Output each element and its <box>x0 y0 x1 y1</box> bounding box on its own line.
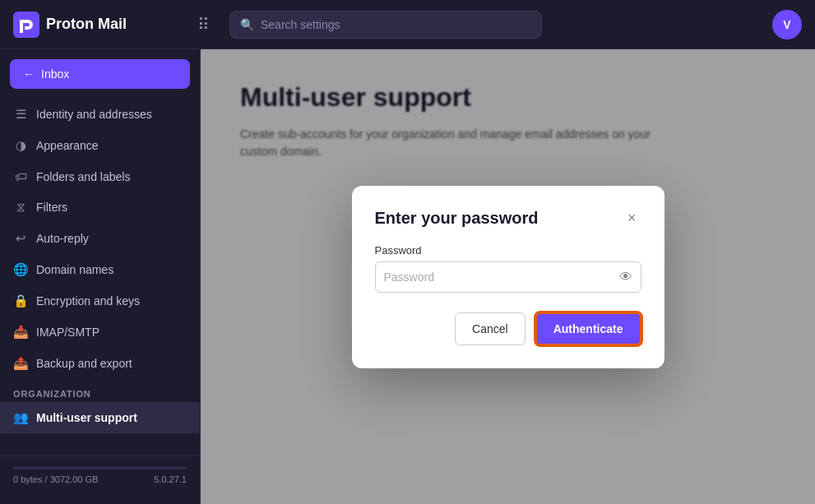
sidebar-item-label: Backup and export <box>36 357 132 370</box>
filters-icon: ⧖ <box>13 200 28 215</box>
appearance-icon: ◑ <box>13 138 28 153</box>
encryption-icon: 🔒 <box>13 294 28 308</box>
sidebar-item-label: Folders and labels <box>36 170 130 183</box>
sidebar-item-domain-names[interactable]: 🌐 Domain names <box>0 254 200 285</box>
inbox-button[interactable]: ← Inbox <box>10 59 190 89</box>
version-text: 5.0.27.1 <box>154 474 187 484</box>
inbox-label: Inbox <box>41 67 69 81</box>
password-label: Password <box>375 244 641 257</box>
modal-title: Enter your password <box>375 209 539 228</box>
grid-icon[interactable]: ⠿ <box>197 15 210 35</box>
sidebar-footer: 0 bytes / 3072.00 GB 5.0.27.1 <box>0 455 200 494</box>
sidebar-item-appearance[interactable]: ◑ Appearance <box>0 130 200 161</box>
storage-used: 0 bytes / 3072.00 GB <box>13 474 98 484</box>
cancel-button[interactable]: Cancel <box>455 312 526 345</box>
storage-text: 0 bytes / 3072.00 GB 5.0.27.1 <box>13 474 187 484</box>
sidebar-item-label: Multi-user support <box>36 411 137 424</box>
sidebar: ← Inbox ☰ Identity and addresses ◑ Appea… <box>0 49 201 504</box>
identity-icon: ☰ <box>13 107 28 122</box>
modal-actions: Cancel Authenticate <box>375 312 641 345</box>
sidebar-item-label: Identity and addresses <box>36 108 152 121</box>
password-field-wrap[interactable]: 👁 <box>375 261 641 293</box>
header: Proton Mail ⠿ 🔍 V <box>0 0 815 49</box>
sidebar-item-label: Auto-reply <box>36 232 89 245</box>
sidebar-item-identity-addresses[interactable]: ☰ Identity and addresses <box>0 99 200 130</box>
sidebar-item-auto-reply[interactable]: ↩ Auto-reply <box>0 223 200 254</box>
search-input[interactable] <box>261 18 531 31</box>
search-bar[interactable]: 🔍 <box>229 11 542 39</box>
content-area: Multi-user support Create sub-accounts f… <box>201 49 815 504</box>
backup-icon: 📤 <box>13 356 28 371</box>
authenticate-button[interactable]: Authenticate <box>535 312 641 345</box>
svg-rect-0 <box>13 12 39 38</box>
domain-icon: 🌐 <box>13 262 28 277</box>
sidebar-item-encryption-keys[interactable]: 🔒 Encryption and keys <box>0 285 200 317</box>
main-layout: ← Inbox ☰ Identity and addresses ◑ Appea… <box>0 49 815 504</box>
sidebar-item-label: Domain names <box>36 263 113 276</box>
sidebar-item-label: Appearance <box>36 139 99 152</box>
org-label: ORGANIZATION <box>0 379 200 402</box>
sidebar-item-label: Encryption and keys <box>36 294 140 307</box>
modal-overlay: Enter your password × Password 👁 Cancel … <box>201 49 815 504</box>
sidebar-item-imap-smtp[interactable]: 📥 IMAP/SMTP <box>0 317 200 348</box>
logo-text: Proton Mail <box>46 16 127 33</box>
modal-header: Enter your password × <box>375 209 641 228</box>
password-input[interactable] <box>384 262 619 292</box>
sidebar-item-filters[interactable]: ⧖ Filters <box>0 192 200 223</box>
proton-logo-icon <box>13 12 39 38</box>
imap-icon: 📥 <box>13 325 28 340</box>
eye-icon[interactable]: 👁 <box>619 270 632 284</box>
logo-area: Proton Mail <box>13 12 178 38</box>
sidebar-item-label: IMAP/SMTP <box>36 326 100 339</box>
avatar[interactable]: V <box>772 10 802 39</box>
auto-reply-icon: ↩ <box>13 231 28 246</box>
search-icon: 🔍 <box>240 18 254 31</box>
sidebar-item-folders-labels[interactable]: 🏷 Folders and labels <box>0 161 200 192</box>
close-button[interactable]: × <box>623 209 641 227</box>
storage-bar-background <box>13 466 187 469</box>
sidebar-item-backup-export[interactable]: 📤 Backup and export <box>0 348 200 379</box>
inbox-arrow-icon: ← <box>23 67 35 81</box>
folders-icon: 🏷 <box>13 169 28 183</box>
sidebar-item-label: Filters <box>36 201 67 214</box>
password-modal: Enter your password × Password 👁 Cancel … <box>352 186 665 368</box>
sidebar-item-multi-user[interactable]: 👥 Multi-user support <box>0 402 200 433</box>
multi-user-icon: 👥 <box>13 410 28 425</box>
